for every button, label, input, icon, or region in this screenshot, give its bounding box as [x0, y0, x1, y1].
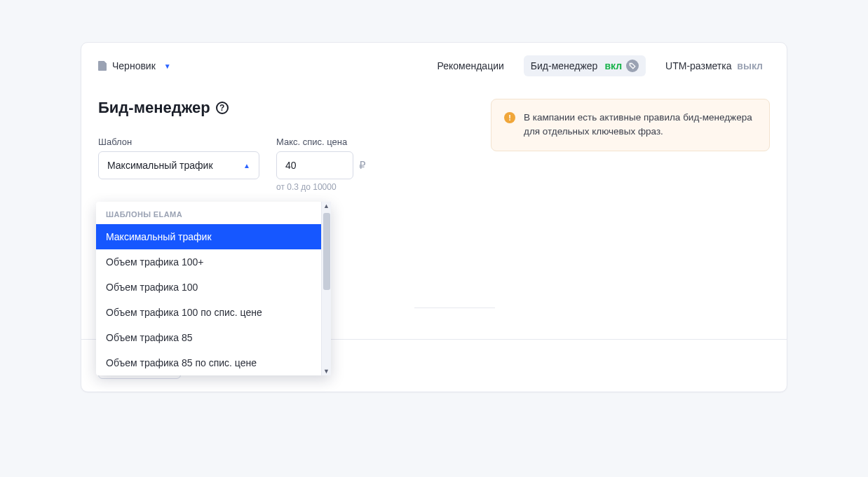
- currency-symbol: ₽: [359, 159, 366, 172]
- left-column: Бид-менеджер ? Шаблон Максимальный трафи…: [98, 99, 463, 192]
- divider: [414, 307, 495, 308]
- draft-label: Черновик: [112, 60, 156, 71]
- svg-point-0: [630, 64, 631, 64]
- template-select[interactable]: Максимальный трафик ▲: [98, 151, 259, 179]
- price-hint: от 0.3 до 10000: [276, 182, 463, 192]
- tab-utm-label: UTM-разметка: [665, 60, 731, 71]
- price-input[interactable]: 40: [276, 151, 353, 179]
- dropdown-header: ШАБЛОНЫ ELAMA: [96, 202, 321, 224]
- help-icon[interactable]: ?: [216, 102, 229, 114]
- body: Бид-менеджер ? Шаблон Максимальный трафи…: [81, 85, 787, 192]
- dropdown-item[interactable]: Объем трафика 85: [96, 325, 321, 350]
- template-dropdown: ШАБЛОНЫ ELAMA Максимальный трафик Объем …: [96, 202, 331, 375]
- tab-bidmanager[interactable]: Бид-менеджер вкл: [524, 55, 646, 76]
- scroll-down-icon[interactable]: ▼: [322, 368, 331, 375]
- draft-breadcrumb[interactable]: Черновик ▼: [98, 60, 171, 71]
- tab-utm[interactable]: UTM-разметка выкл: [658, 56, 770, 76]
- tab-bidmanager-label: Бид-менеджер: [531, 60, 598, 71]
- template-select-value: Максимальный трафик: [107, 160, 213, 171]
- tab-recommendations[interactable]: Рекомендации: [430, 56, 510, 76]
- dropdown-scrollbar[interactable]: ▲ ▼: [321, 202, 331, 375]
- info-text: В кампании есть активные правила бид-мен…: [524, 111, 757, 139]
- template-label: Шаблон: [98, 137, 259, 147]
- topbar: Черновик ▼ Рекомендации Бид-менеджер вкл…: [81, 43, 787, 85]
- scroll-thumb[interactable]: [323, 213, 330, 290]
- dropdown-item[interactable]: Объем трафика 85 по спис. цене: [96, 350, 321, 375]
- tab-utm-status: выкл: [737, 60, 763, 71]
- chevron-up-icon: ▲: [243, 162, 250, 170]
- chevron-down-icon: ▼: [164, 62, 171, 70]
- dropdown-item[interactable]: Максимальный трафик: [96, 224, 321, 249]
- tag-icon: [626, 60, 639, 72]
- warning-icon: !: [504, 112, 515, 123]
- dropdown-item[interactable]: Объем трафика 100 по спис. цене: [96, 300, 321, 325]
- page-title: Бид-менеджер: [98, 99, 210, 117]
- scroll-up-icon[interactable]: ▲: [322, 202, 331, 209]
- dropdown-item[interactable]: Объем трафика 100+: [96, 249, 321, 275]
- dropdown-item[interactable]: Объем трафика 100: [96, 275, 321, 300]
- price-label: Макс. спис. цена: [276, 137, 366, 147]
- document-icon: [98, 61, 107, 71]
- dropdown-list: ШАБЛОНЫ ELAMA Максимальный трафик Объем …: [96, 202, 321, 375]
- info-banner: ! В кампании есть активные правила бид-м…: [491, 99, 770, 151]
- price-value: 40: [285, 160, 297, 171]
- tab-bidmanager-status: вкл: [604, 60, 622, 71]
